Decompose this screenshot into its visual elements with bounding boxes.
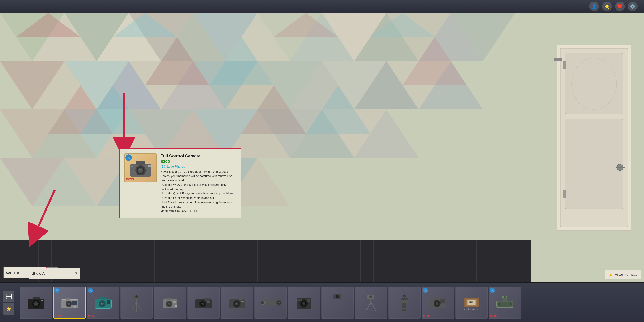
svg-rect-168 [401,298,408,300]
item-thumb-7[interactable] [221,286,253,319]
door-area [531,13,644,282]
svg-point-134 [235,302,238,306]
svg-point-156 [336,295,339,298]
item-thumb-14[interactable]: photo maker [455,286,488,319]
svg-rect-76 [148,165,151,167]
svg-rect-179 [434,297,439,299]
item-thumb-11[interactable] [355,286,387,319]
item-thumb-4[interactable] [120,286,153,319]
bottom-toolbar: 🔧 RVSN [0,283,644,322]
svg-point-127 [202,302,204,305]
item-thumb-9[interactable] [288,286,320,319]
category-icon-build[interactable] [3,291,14,302]
svg-point-99 [68,303,68,304]
svg-rect-136 [238,297,243,300]
svg-rect-122 [166,298,171,300]
cc-badge-2: 🔧 [54,288,60,293]
rvsn-tag-15: RVSN [490,315,497,318]
cc-badge-15: 🔧 [490,288,495,293]
svg-line-164 [366,302,371,311]
cc-badge-3: 🔧 [88,288,93,293]
svg-rect-121 [173,301,176,303]
svg-point-177 [436,302,438,305]
svg-point-151 [302,302,305,305]
item-thumb-15[interactable]: 🔧 RVSN [489,286,521,319]
svg-line-115 [136,302,141,311]
item-thumb-10[interactable] [321,286,354,319]
svg-rect-193 [500,302,510,306]
svg-rect-154 [297,299,302,301]
svg-point-130 [202,303,203,304]
items-row: 🔧 RVSN [20,286,641,319]
svg-rect-102 [66,298,70,300]
item-thumb-13[interactable]: 🔧 RVSN [422,286,454,319]
svg-rect-129 [207,301,210,303]
filter-warning-icon: ▲ [608,272,613,277]
svg-point-141 [278,302,280,304]
item-image: 🔧 RVSN [124,154,157,182]
item-thumb-6[interactable] [188,286,220,319]
svg-rect-178 [440,300,445,303]
svg-point-196 [504,296,506,298]
item-thumb-5[interactable] [154,286,186,319]
rvsn-tag-2: RVSN [54,315,62,318]
svg-point-107 [101,303,102,304]
item-thumb-12[interactable] [388,286,420,319]
svg-point-91 [35,302,37,305]
cc-wrench-badge: 🔧 [126,154,132,161]
top-bar-icons: 👤 ⭐ ❤️ ⚙️ [589,2,638,11]
category-icons [3,291,14,314]
svg-rect-128 [205,298,210,301]
svg-point-173 [404,296,405,297]
svg-point-162 [370,296,372,298]
svg-rect-169 [400,301,409,303]
svg-line-158 [332,303,338,312]
info-card: 🔧 RVSN [119,148,242,218]
svg-line-114 [132,302,136,311]
svg-rect-77 [131,166,133,167]
item-thumb-8[interactable] [254,286,286,319]
svg-rect-93 [41,300,44,302]
svg-rect-153 [307,299,310,302]
svg-point-144 [262,302,264,304]
svg-point-73 [138,168,143,173]
svg-rect-69 [563,190,566,198]
category-icon-special[interactable] [3,303,14,314]
svg-marker-87 [6,306,12,311]
svg-point-101 [74,306,76,308]
item-price: $200 [160,159,236,164]
svg-rect-100 [72,301,77,305]
svg-rect-63 [565,53,623,114]
item-name: Full Control Camera [160,154,236,158]
show-all-dropdown[interactable]: Show All ▼ [29,268,80,279]
filter-items-button[interactable]: ▲ Filter Items... [605,270,641,279]
settings-icon[interactable]: ⚙️ [628,2,638,11]
item-description: Never take a blurry picture again! With … [160,170,236,213]
item-thumb-3[interactable]: 🔧 RVSN [87,286,119,319]
svg-point-74 [139,169,140,170]
svg-line-159 [338,303,343,312]
item-info-text: Full Control Camera $200 ISO Love Photos… [160,154,236,213]
svg-rect-68 [563,61,566,69]
item-thumb-1[interactable] [20,286,52,319]
svg-rect-92 [32,296,40,299]
svg-point-152 [302,302,304,304]
svg-point-120 [168,303,170,305]
rvsn-tag-13: RVSN [423,315,430,318]
svg-rect-75 [136,162,146,165]
star-icon[interactable]: ⭐ [602,2,612,11]
item-thumb-2[interactable]: 🔧 RVSN [54,286,86,319]
svg-line-165 [371,302,376,311]
creator-label: RVSN [126,178,134,181]
cc-badge-13: 🔧 [423,288,428,293]
svg-point-112 [135,295,138,298]
svg-point-135 [236,302,237,304]
svg-rect-67 [618,167,626,168]
svg-rect-170 [402,303,406,311]
heart-icon[interactable]: ❤️ [615,2,625,11]
door-frame [554,45,634,238]
profile-icon[interactable]: 👤 [589,2,599,11]
show-all-label: Show All [32,271,74,276]
game-viewport: 🔧 RVSN [0,0,644,282]
rvsn-tag-3: RVSN [88,315,95,318]
